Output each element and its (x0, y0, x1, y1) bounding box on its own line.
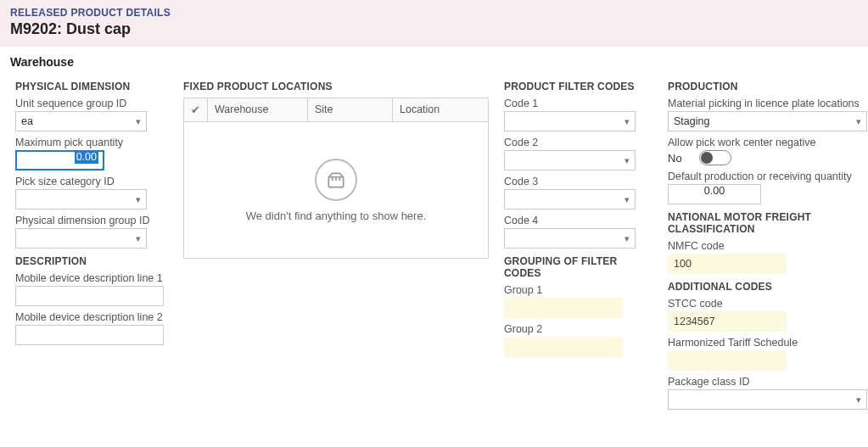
code2-combo[interactable]: ▾ (504, 150, 636, 170)
label-code3: Code 3 (504, 176, 652, 187)
label-phys-dim-group: Physical dimension group ID (15, 215, 168, 226)
stcc-code-value: 1234567 (668, 311, 787, 332)
fixed-locations-header: ✔ Warehouse Site Location (184, 98, 488, 122)
chevron-down-icon: ▾ (624, 116, 630, 127)
chevron-down-icon: ▾ (856, 116, 861, 127)
group-filter-groups: GROUPING OF FILTER CODES (504, 255, 652, 279)
page-title: M9202: Dust cap (10, 20, 858, 38)
chevron-down-icon: ▾ (136, 194, 141, 205)
page-header: RELEASED PRODUCT DETAILS M9202: Dust cap (0, 0, 868, 47)
section-title: Warehouse (0, 47, 868, 72)
phys-dim-group-combo[interactable]: ▾ (15, 228, 147, 249)
max-pick-qty-value: 0.00 (75, 150, 98, 164)
label-code2: Code 2 (504, 137, 652, 148)
material-picking-combo[interactable]: Staging ▾ (668, 111, 867, 131)
label-package-class: Package class ID (668, 376, 868, 388)
allow-negative-toggle[interactable] (699, 150, 731, 165)
label-mobile-desc-2: Mobile device description line 2 (15, 311, 168, 323)
group-production: PRODUCTION (668, 81, 868, 92)
chevron-down-icon: ▾ (136, 116, 141, 127)
label-max-pick-qty: Maximum pick quantity (15, 137, 168, 148)
label-mobile-desc-1: Mobile device description line 1 (15, 272, 168, 284)
chevron-down-icon: ▾ (856, 394, 861, 405)
label-unit-sequence-group: Unit sequence group ID (15, 98, 168, 109)
hts-value (668, 350, 787, 371)
chevron-down-icon: ▾ (136, 233, 141, 244)
column-location[interactable]: Location (393, 98, 488, 121)
label-hts: Harmonized Tariff Schedule (668, 337, 868, 349)
chevron-down-icon: ▾ (624, 194, 630, 205)
mobile-desc-1-input[interactable] (15, 286, 164, 306)
empty-box-icon (315, 159, 357, 201)
default-qty-value: 0.00 (704, 185, 725, 197)
default-qty-input[interactable]: 0.00 (668, 184, 761, 204)
fixed-locations-empty: We didn't find anything to show here. (184, 122, 488, 258)
label-material-picking: Material picking in licence plate locati… (668, 98, 868, 109)
toggle-knob (701, 152, 713, 164)
group1-value (504, 298, 623, 318)
material-picking-value: Staging (674, 115, 853, 127)
group-additional-codes: ADDITIONAL CODES (668, 281, 868, 293)
pick-size-category-combo[interactable]: ▾ (15, 189, 147, 210)
code4-combo[interactable]: ▾ (504, 228, 636, 249)
max-pick-qty-input[interactable]: 0.00 (15, 150, 104, 170)
column-select-all[interactable]: ✔ (184, 98, 208, 121)
label-code4: Code 4 (504, 215, 652, 226)
mobile-desc-2-input[interactable] (15, 325, 164, 345)
empty-text: We didn't find anything to show here. (246, 210, 427, 222)
label-allow-negative: Allow pick work center negative (668, 137, 868, 148)
chevron-down-icon: ▾ (624, 155, 630, 166)
group-physical-dimension: PHYSICAL DIMENSION (15, 81, 168, 92)
label-group2: Group 2 (504, 323, 652, 335)
label-stcc-code: STCC code (668, 298, 868, 310)
code3-combo[interactable]: ▾ (504, 189, 636, 210)
allow-negative-value: No (668, 152, 682, 165)
column-site[interactable]: Site (308, 98, 393, 121)
label-code1: Code 1 (504, 98, 652, 109)
group2-value (504, 337, 623, 357)
group-fixed-locations: FIXED PRODUCT LOCATIONS (183, 81, 489, 92)
group-nmfc: NATIONAL MOTOR FREIGHT CLASSIFICATION (668, 211, 868, 235)
chevron-down-icon: ▾ (624, 233, 630, 244)
group-description: DESCRIPTION (15, 255, 168, 267)
unit-sequence-group-combo[interactable]: ea ▾ (15, 111, 147, 131)
form-canvas: PHYSICAL DIMENSION Unit sequence group I… (0, 72, 868, 427)
package-class-combo[interactable]: ▾ (668, 389, 867, 410)
label-default-qty: Default production or receiving quantity (668, 170, 868, 182)
page-overline: RELEASED PRODUCT DETAILS (10, 7, 858, 19)
unit-sequence-group-value: ea (21, 115, 132, 127)
column-warehouse[interactable]: Warehouse (208, 98, 308, 121)
group-filter-codes: PRODUCT FILTER CODES (504, 81, 652, 92)
fixed-locations-grid: ✔ Warehouse Site Location We didn't find… (183, 98, 489, 259)
code1-combo[interactable]: ▾ (504, 111, 636, 131)
label-nmfc-code: NMFC code (668, 240, 868, 252)
label-pick-size-category: Pick size category ID (15, 176, 168, 187)
nmfc-code-value: 100 (668, 254, 787, 274)
label-group1: Group 1 (504, 284, 652, 296)
